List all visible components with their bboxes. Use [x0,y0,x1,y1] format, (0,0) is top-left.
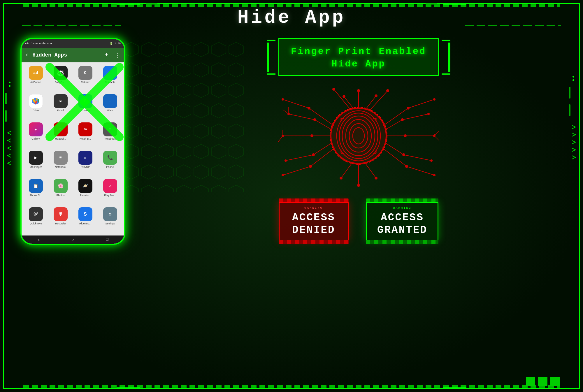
svg-line-60 [289,114,315,120]
list-item: ∞ Kotak B... [73,121,97,148]
svg-point-71 [340,177,343,180]
svg-line-40 [402,114,429,120]
svg-point-47 [433,174,436,176]
bottom-tab-1 [117,387,140,389]
list-item: 📞 Phone [98,150,122,177]
svg-point-24 [375,94,377,97]
top-frame-line-right [462,25,561,26]
top-tab-1 [117,3,140,5]
list-item: ≡ Notebook [49,150,72,177]
svg-line-29 [385,120,402,130]
top-tab-4 [426,3,437,5]
svg-line-35 [382,147,407,166]
svg-point-20 [343,95,345,98]
svg-line-66 [283,166,310,175]
left-side-deco [5,82,14,166]
top-tab-2 [146,3,157,5]
app-grid: ad AdBanao 🐼 BabyBu... C Cakezz 👤 Contac… [22,62,124,235]
right-side-deco [569,76,578,160]
svg-line-64 [286,155,313,161]
bottom-square-1 [526,377,535,386]
access-granted-button: WARNING ACCESS GRANTED [366,198,438,244]
svg-line-23 [366,96,376,109]
list-item: 👤 Contacts [98,65,122,92]
fp-title-text: Finger Print Enabled [291,45,426,59]
phone-nav-bar: ◁ ○ □ [22,235,124,244]
svg-line-44 [404,155,431,161]
list-item: ♪ Play Mu... [98,178,122,205]
svg-point-73 [375,177,377,180]
svg-line-50 [315,120,332,130]
list-item: 🪐 Planets... [73,178,97,205]
svg-line-31 [383,108,408,126]
right-panel: Finger Print Enabled Hide App [152,29,566,369]
svg-point-65 [285,159,287,162]
svg-line-78 [434,131,439,136]
svg-line-46 [407,166,434,175]
app-header: ‹ Hidden Apps + ⋮ [22,48,124,62]
svg-line-42 [408,99,434,108]
svg-point-43 [433,98,436,101]
fp-title-box: Finger Print Enabled Hide App [278,38,439,76]
svg-line-72 [364,162,376,178]
corner-bl [3,372,20,389]
bottom-square-3 [550,377,560,386]
list-item: 🎙 Recorder [49,206,72,233]
corner-br [563,372,580,389]
svg-line-21 [334,89,351,110]
bottom-square-2 [538,377,547,386]
top-bar [23,4,560,7]
bottom-tab-2 [443,387,466,389]
svg-line-76 [283,110,289,114]
list-item: ad AdBanao [24,65,48,92]
svg-point-63 [282,98,284,101]
list-item: ≡ Notebook [98,121,122,148]
list-item: ▶ MX Player [24,150,48,177]
list-item: S Ride mo... [73,206,97,233]
list-item: ⚙ Settings [98,206,122,233]
phone-mockup: Airplane mode ✈ ➔ 🔋 1:39 ‹ Hidden Apps +… [20,38,125,245]
top-tab-3 [443,3,466,5]
svg-point-41 [427,113,430,115]
list-item: ✦ Gallery [24,121,48,148]
access-buttons: WARNING ACCESS DENIED WARNING ACCESS GRA… [279,198,438,244]
fp-title-text2: Hide App [291,59,426,69]
svg-line-70 [341,162,353,178]
svg-point-69 [357,184,360,187]
list-item: QV QuickVPN [24,206,48,233]
list-item: ↓ Files [98,93,122,120]
phone-status-bar: Airplane mode ✈ ➔ 🔋 1:39 [22,39,124,48]
svg-line-54 [313,143,332,155]
svg-point-22 [332,88,335,91]
bottom-bar [23,385,560,388]
svg-point-26 [386,89,389,92]
list-item: 📋 Phone C... [24,178,48,205]
bottom-squares [526,377,560,386]
svg-point-45 [430,159,433,162]
svg-point-67 [282,174,284,176]
svg-line-52 [309,108,334,126]
svg-line-75 [278,136,283,142]
list-item: ✉ Email [49,93,72,120]
fingerprint-scanner [277,85,440,190]
list-item: ♡ Huawei... [49,121,72,148]
svg-point-18 [357,89,360,92]
svg-line-33 [385,143,404,155]
list-item: E ExtraPe [73,93,97,120]
list-item: 🐼 BabyBu... [49,65,72,92]
access-denied-button: WARNING ACCESS DENIED [279,198,349,244]
svg-line-79 [434,136,439,140]
list-item: ✏ PENUP [73,150,97,177]
list-item: C Cakezz [73,65,97,92]
svg-line-56 [310,147,335,166]
top-frame-line-left [22,25,121,26]
list-item: 🌸 Photos [49,178,72,205]
list-item: Drive [24,93,48,120]
svg-line-62 [283,99,309,108]
